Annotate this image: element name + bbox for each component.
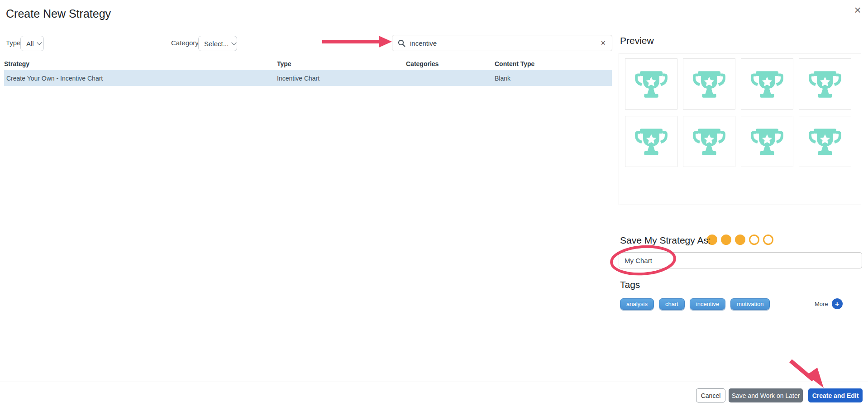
search-field[interactable]: × [392, 35, 612, 51]
search-input[interactable] [409, 39, 599, 48]
footer-divider [0, 382, 868, 382]
create-and-edit-button[interactable]: Create and Edit [808, 388, 863, 402]
plus-icon[interactable]: + [832, 298, 843, 309]
column-header-type: Type [277, 60, 406, 67]
page-dot-filled[interactable] [735, 235, 745, 245]
preview-card[interactable] [799, 58, 851, 110]
preview-card[interactable] [683, 116, 735, 167]
preview-heading: Preview [620, 35, 654, 46]
clear-search-icon[interactable]: × [599, 38, 607, 48]
more-tags-label: More [815, 301, 828, 307]
preview-panel [619, 53, 861, 205]
trophy-icon [692, 124, 727, 159]
tag-pill[interactable]: incentive [690, 298, 725, 310]
column-header-strategy: Strategy [4, 60, 277, 67]
trophy-icon [807, 67, 843, 102]
category-filter-label: Category [171, 39, 199, 47]
tags-heading: Tags [620, 279, 640, 290]
cancel-button[interactable]: Cancel [696, 388, 725, 402]
cell-content-type: Blank [495, 75, 612, 82]
category-filter-value: Select... [204, 40, 229, 48]
chevron-down-icon [37, 40, 42, 45]
trophy-grid [625, 58, 856, 167]
close-icon[interactable]: × [850, 3, 865, 17]
cell-type: Incentive Chart [277, 75, 406, 82]
search-icon [398, 39, 405, 47]
preview-card[interactable] [683, 58, 735, 110]
tag-pill[interactable]: analysis [620, 298, 654, 310]
trophy-icon [749, 67, 785, 102]
preview-card[interactable] [799, 116, 851, 167]
strategy-name-input[interactable] [619, 252, 862, 268]
preview-card[interactable] [741, 116, 793, 167]
arrow-to-search-icon [322, 36, 392, 48]
table-row[interactable]: Create Your Own - Incentive Chart Incent… [4, 70, 612, 86]
trophy-icon [692, 67, 727, 102]
type-filter-value: All [26, 40, 34, 48]
strategy-table: Strategy Type Categories Content Type Cr… [4, 57, 612, 86]
cell-strategy: Create Your Own - Incentive Chart [4, 75, 277, 82]
more-tags-button[interactable]: More + [815, 298, 843, 309]
dialog-title: Create New Strategy [6, 7, 111, 20]
tag-pill[interactable]: motivation [730, 298, 770, 310]
trophy-icon [634, 67, 669, 102]
type-filter-label: Type [6, 39, 21, 47]
page-dot-empty[interactable] [749, 235, 759, 245]
chevron-down-icon [232, 40, 237, 45]
page-dot-filled[interactable] [721, 235, 731, 245]
type-filter-select[interactable]: All [20, 36, 44, 51]
tag-pill[interactable]: chart [659, 298, 685, 310]
create-strategy-dialog: Create New Strategy × Type All Category … [0, 0, 868, 407]
table-header-row: Strategy Type Categories Content Type [4, 57, 612, 70]
tag-pill-list: analysischartincentivemotivation [620, 298, 770, 310]
trophy-icon [807, 124, 843, 159]
preview-card[interactable] [741, 58, 793, 110]
save-strategy-label: Save My Strategy As: [620, 235, 711, 246]
category-filter-select[interactable]: Select... [198, 36, 237, 51]
trophy-icon [634, 124, 669, 159]
preview-card[interactable] [625, 58, 677, 110]
preview-card[interactable] [625, 116, 677, 167]
page-dot-empty[interactable] [763, 235, 773, 245]
column-header-categories: Categories [406, 60, 495, 67]
trophy-icon [749, 124, 785, 159]
column-header-content-type: Content Type [495, 60, 612, 67]
save-and-work-later-button[interactable]: Save and Work on Later [729, 388, 803, 402]
arrow-to-create-button-icon [791, 361, 824, 388]
